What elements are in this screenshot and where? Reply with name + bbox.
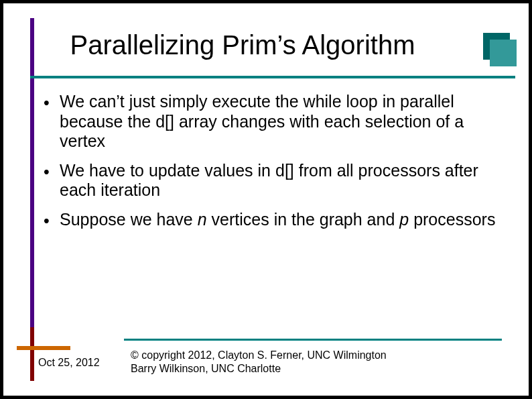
corner-square-front [490, 40, 517, 66]
footer-cross-vertical [30, 327, 34, 381]
bullet-text: We can’t just simply execute the while l… [60, 92, 502, 152]
left-vertical-bar [30, 18, 34, 340]
copyright: © copyright 2012, Clayton S. Ferner, UNC… [131, 349, 502, 376]
bullet-dot: • [44, 92, 60, 152]
bullet-dot: • [44, 161, 60, 201]
slide-title: Parallelizing Prim’s Algorithm [3, 30, 482, 60]
slide-body: • We can’t just simply execute the while… [44, 92, 502, 240]
bullet-text-em: n [198, 210, 207, 229]
footer-divider [124, 339, 502, 341]
bullet-dot: • [44, 210, 60, 231]
slide-date: Oct 25, 2012 [38, 357, 100, 369]
footer-cross-horizontal [17, 346, 70, 350]
title-underline [30, 76, 515, 78]
slide: Parallelizing Prim’s Algorithm • We can’… [3, 3, 529, 396]
bullet-text: We have to update values in d[] from all… [60, 161, 502, 201]
bullet-text-part: Suppose we have [60, 210, 198, 229]
bullet-text-part: vertices in the graph and [207, 210, 400, 229]
bullet-item: • We can’t just simply execute the while… [44, 92, 502, 152]
bullet-text-em: p [399, 210, 409, 229]
bullet-text-part: processors [409, 210, 495, 229]
corner-decoration [483, 33, 515, 65]
copyright-line: © copyright 2012, Clayton S. Ferner, UNC… [131, 349, 502, 362]
bullet-item: • Suppose we have n vertices in the grap… [44, 210, 502, 231]
bullet-text: Suppose we have n vertices in the graph … [60, 210, 502, 231]
copyright-line: Barry Wilkinson, UNC Charlotte [131, 362, 502, 376]
bullet-item: • We have to update values in d[] from a… [44, 161, 502, 201]
